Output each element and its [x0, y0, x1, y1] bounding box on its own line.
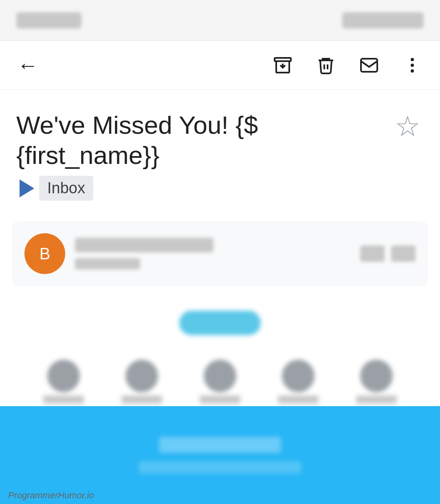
email-subject: We've Missed You! {$ {first_name}} Inbox: [16, 110, 383, 201]
mail-icon: [359, 55, 379, 75]
reply-icon: [360, 245, 385, 262]
sender-name: [75, 238, 213, 252]
status-bar-left: [16, 12, 81, 29]
blurred-cta-button: [179, 311, 261, 335]
blue-bar-text: [159, 437, 281, 453]
blue-bottom-bar[interactable]: [0, 406, 440, 504]
subject-text: We've Missed You! {$ {first_name}}: [16, 110, 383, 171]
email-card: B: [12, 221, 428, 286]
icon-label-5: [356, 396, 397, 404]
bottom-icon-2: [121, 360, 162, 404]
bottom-icon-4: [278, 360, 319, 404]
toolbar-left: ←: [16, 54, 39, 77]
toolbar: ←: [0, 41, 440, 90]
email-info: [75, 238, 350, 270]
icon-label-3: [200, 396, 240, 404]
svg-rect-0: [275, 58, 291, 61]
email-time: [391, 245, 416, 262]
icon-circle-2: [125, 360, 158, 392]
toolbar-right: [271, 54, 424, 77]
importance-arrow-icon: [20, 179, 34, 197]
svg-rect-1: [361, 59, 377, 72]
status-bar: [0, 0, 440, 41]
bottom-icon-5: [356, 360, 397, 404]
bottom-icons-row: [0, 351, 440, 412]
icon-label-1: [43, 396, 84, 404]
subject-area: We've Missed You! {$ {first_name}} Inbox…: [0, 90, 440, 213]
mark-mail-button[interactable]: [358, 54, 381, 77]
inbox-badge[interactable]: Inbox: [39, 176, 93, 201]
star-icon: ☆: [395, 112, 420, 141]
icon-circle-4: [282, 360, 315, 392]
more-dots-icon: [407, 55, 417, 76]
sender-avatar: B: [24, 233, 65, 274]
icon-circle-1: [47, 360, 80, 392]
icon-label-4: [278, 396, 319, 404]
email-meta: [360, 245, 416, 262]
status-bar-right: [342, 12, 424, 29]
icon-circle-5: [360, 360, 393, 392]
bottom-icon-3: [200, 360, 240, 404]
email-content-area: [0, 294, 440, 351]
bottom-icon-1: [43, 360, 84, 404]
delete-button[interactable]: [315, 54, 337, 77]
back-arrow-icon: ←: [17, 55, 38, 76]
importance-icon: [20, 179, 34, 197]
more-options-button[interactable]: [401, 54, 424, 77]
back-button[interactable]: ←: [16, 54, 39, 77]
archive-button[interactable]: [271, 54, 294, 77]
watermark: ProgrammerHumor.io: [8, 490, 94, 501]
sender-detail: [75, 258, 140, 270]
trash-icon: [316, 55, 336, 75]
blue-bar-subtext: [139, 461, 301, 473]
icon-label-2: [121, 396, 162, 404]
star-button[interactable]: ☆: [391, 110, 424, 143]
icon-circle-3: [204, 360, 236, 392]
archive-icon: [273, 55, 293, 75]
